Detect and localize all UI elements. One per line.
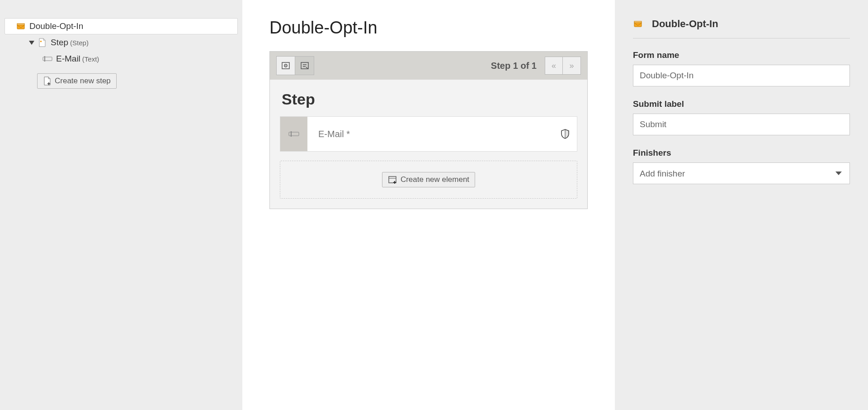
view-mode-abstract-button[interactable]	[276, 56, 295, 75]
tree-node-type: (Step)	[70, 39, 89, 47]
svg-rect-14	[634, 21, 642, 23]
structure-tree: Double-Opt-In Step (Step) E-Mail (Text)	[5, 18, 238, 89]
tree-node-label: Double-Opt-In	[29, 21, 83, 31]
drag-handle[interactable]	[280, 117, 307, 151]
tree-node-type: (Text)	[82, 55, 99, 63]
svg-point-7	[285, 65, 286, 66]
caret-down-icon[interactable]	[29, 41, 34, 45]
finishers-label: Finishers	[633, 148, 850, 158]
tree-node-step[interactable]: Step (Step)	[5, 34, 238, 51]
form-icon	[633, 19, 643, 29]
finishers-select-wrap: Add finisher	[633, 162, 850, 184]
step-heading: Step	[282, 91, 577, 108]
page-title: Double-Opt-In	[269, 18, 588, 38]
page-icon	[37, 38, 47, 48]
button-label: Create new element	[401, 175, 469, 184]
svg-rect-1	[17, 24, 24, 25]
app-root: Double-Opt-In Step (Step) E-Mail (Text)	[0, 0, 868, 410]
view-mode-group	[276, 56, 314, 75]
text-field-icon	[42, 54, 52, 64]
svg-rect-9	[289, 132, 299, 136]
create-new-step-button[interactable]: Create new step	[37, 73, 117, 89]
inspector-field-finishers: Finishers Add finisher	[633, 148, 850, 184]
shield-icon	[553, 129, 577, 139]
next-step-button[interactable]: »	[563, 57, 581, 75]
form-stage-panel: Double-Opt-In Step 1 of 1 « »	[242, 0, 615, 410]
svg-rect-2	[40, 41, 42, 42]
form-icon	[16, 21, 26, 31]
inspector-panel: Double-Opt-In Form name Submit label Fin…	[615, 0, 868, 410]
step-nav: « »	[545, 57, 581, 75]
submit-label-label: Submit label	[633, 99, 850, 109]
tree-node-field-email[interactable]: E-Mail (Text)	[5, 51, 238, 67]
create-element-dropzone[interactable]: Create new element	[280, 161, 577, 199]
chevron-right-icon: »	[569, 61, 574, 71]
create-new-element-button[interactable]: Create new element	[382, 172, 475, 187]
button-label: Create new step	[55, 76, 111, 86]
tree-node-label: Step	[51, 38, 68, 48]
view-mode-preview-button[interactable]	[295, 56, 314, 75]
finishers-select[interactable]: Add finisher	[633, 162, 850, 184]
inspector-field-submit-label: Submit label	[633, 99, 850, 135]
prev-step-button[interactable]: «	[545, 57, 563, 75]
form-name-input[interactable]	[633, 65, 850, 86]
form-element-email[interactable]: E-Mail *	[280, 116, 577, 152]
text-field-icon	[288, 130, 299, 138]
stage-body: Step E-Mail * Create new element	[270, 80, 587, 209]
submit-label-input[interactable]	[633, 114, 850, 135]
stage-toolbar: Step 1 of 1 « »	[270, 52, 587, 80]
form-name-label: Form name	[633, 50, 850, 60]
inspector-header: Double-Opt-In	[633, 18, 850, 38]
form-stage: Step 1 of 1 « » Step E-Mail *	[269, 51, 588, 209]
form-element-label: E-Mail *	[307, 129, 553, 139]
tree-node-label: E-Mail	[56, 54, 80, 64]
step-indicator: Step 1 of 1	[491, 61, 537, 71]
inspector-field-form-name: Form name	[633, 50, 850, 86]
tree-node-form-root[interactable]: Double-Opt-In	[5, 18, 238, 34]
structure-tree-panel: Double-Opt-In Step (Step) E-Mail (Text)	[0, 0, 242, 410]
chevron-left-icon: «	[552, 61, 556, 71]
inspector-title: Double-Opt-In	[652, 18, 718, 30]
